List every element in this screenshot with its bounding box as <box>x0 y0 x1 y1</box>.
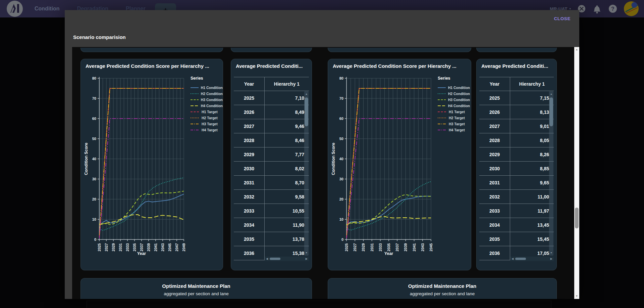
table-cell-year: 2027 <box>479 119 510 133</box>
legend-entry[interactable]: H2 Condition <box>191 91 223 97</box>
legend-entry[interactable]: H2 Target <box>438 115 470 121</box>
svg-text:2039: 2039 <box>147 243 151 251</box>
scroll-right-icon[interactable]: ▶ <box>550 257 552 260</box>
svg-text:50: 50 <box>92 137 96 141</box>
legend-entry[interactable]: H1 Condition <box>191 85 223 91</box>
table-cell-value: 9,58 <box>265 190 309 204</box>
scrollbar-thumb[interactable] <box>305 97 308 126</box>
chart-tick-labels: 0102030405060708020252027202920312033203… <box>339 76 433 251</box>
table-horizontal-scrollbar[interactable]: ◀ ▶ <box>265 257 309 261</box>
column-header-year[interactable]: Year <box>234 77 265 91</box>
scroll-right-icon[interactable]: ▶ <box>306 257 308 260</box>
x-axis-label: Year <box>384 251 393 256</box>
column-header-year[interactable]: Year <box>479 77 510 91</box>
column-header-hierarchy[interactable]: Hierarchy 1 <box>265 77 309 91</box>
table-cell-year: 2027 <box>234 119 265 133</box>
legend-entry-label: H4 Target <box>449 128 465 132</box>
table-cell-value: 15,45 <box>510 232 554 246</box>
scrollbar-thumb[interactable] <box>549 97 553 126</box>
svg-text:20: 20 <box>92 197 96 201</box>
table-cell-value: 13,78 <box>265 232 309 246</box>
svg-text:2045: 2045 <box>429 243 433 251</box>
legend-entry-label: H4 Target <box>202 128 218 132</box>
scrollbar-thumb[interactable] <box>270 258 280 260</box>
svg-text:70: 70 <box>339 96 343 100</box>
legend-entry[interactable]: H4 Target <box>438 127 470 133</box>
table-cell-value: 7,15 <box>510 91 554 105</box>
legend-entry[interactable]: H3 Condition <box>438 97 470 103</box>
table-header-row: YearHierarchy 1 <box>234 77 309 91</box>
svg-text:2035: 2035 <box>132 243 137 251</box>
modal-vertical-scrollbar[interactable]: ▲ ▼ <box>574 47 579 299</box>
legend-line-sample <box>191 117 199 119</box>
legend-entry[interactable]: H3 Condition <box>191 97 223 103</box>
modal-title: Scenario comparision <box>73 34 126 40</box>
plan-title: Optimized Maintenance Plan <box>328 283 556 289</box>
table-cell-year: 2035 <box>479 232 510 246</box>
legend-entry-label: H3 Condition <box>201 98 223 102</box>
table-cell-year: 2031 <box>234 176 265 189</box>
table-cell-year: 2031 <box>479 176 510 189</box>
scrollbar-thumb[interactable] <box>515 258 526 260</box>
legend-entry[interactable]: H2 Condition <box>438 91 470 97</box>
table-cell-year: 2029 <box>479 147 510 161</box>
table-cell-year: 2025 <box>234 91 265 105</box>
svg-text:40: 40 <box>339 157 343 161</box>
table-cell-year: 2026 <box>479 105 510 119</box>
legend-entry[interactable]: H1 Target <box>191 109 223 115</box>
column-header-hierarchy[interactable]: Hierarchy 1 <box>510 77 554 91</box>
legend-entry[interactable]: H4 Condition <box>438 103 470 109</box>
scroll-up-icon[interactable]: ▲ <box>304 93 309 95</box>
table-header-row: YearHierarchy 1 <box>479 77 554 91</box>
table-vertical-scrollbar[interactable]: ▲ ▼ <box>304 91 309 256</box>
table-cell-year: 2025 <box>479 91 510 105</box>
table-cell-year: 2029 <box>234 147 265 161</box>
table-cell-value: 9,01 <box>510 119 554 133</box>
scroll-left-icon[interactable]: ◀ <box>512 257 514 260</box>
legend-title: Series <box>438 76 470 81</box>
table-cell-value: 11,97 <box>510 204 554 218</box>
table-row: 20297,77 <box>234 147 309 162</box>
table-cell-year: 2034 <box>234 218 265 232</box>
legend-entry[interactable]: H3 Target <box>191 121 223 127</box>
table-cell-year: 2036 <box>479 246 510 260</box>
svg-text:50: 50 <box>339 137 343 141</box>
table-row: 20329,58 <box>234 190 309 204</box>
legend-entry[interactable]: H4 Target <box>191 127 223 133</box>
table-cell-year: 2028 <box>479 133 510 147</box>
legend-entry-label: H3 Target <box>202 122 218 126</box>
table-cell-value: 7,10 <box>265 91 309 105</box>
legend-entry[interactable]: H3 Target <box>438 121 470 127</box>
scroll-down-icon[interactable]: ▼ <box>304 252 309 254</box>
table-row: 20279,46 <box>234 119 309 133</box>
legend-entry[interactable]: H1 Condition <box>438 85 470 91</box>
scroll-left-icon[interactable]: ◀ <box>266 257 268 260</box>
plan-card-scenario-1: Optimized Maintenance Plan aggregated pe… <box>80 278 312 299</box>
scroll-up-icon[interactable]: ▲ <box>574 48 579 51</box>
chart-card-scenario-2: Average Predicted Condition Score per Hi… <box>328 59 471 270</box>
svg-text:2039: 2039 <box>404 243 408 251</box>
scroll-down-icon[interactable]: ▼ <box>574 295 579 298</box>
legend-entry-label: H4 Condition <box>201 104 223 108</box>
table-row: 20257,15 <box>479 91 554 105</box>
scroll-down-icon[interactable]: ▼ <box>549 252 553 254</box>
table-horizontal-scrollbar[interactable]: ◀ ▶ <box>510 257 554 261</box>
scrollbar-thumb[interactable] <box>575 208 579 228</box>
scroll-up-icon[interactable]: ▲ <box>549 93 553 95</box>
table-card-scenario-2: Average Predicted Conditi... YearHierarc… <box>476 59 557 270</box>
legend-entry[interactable]: H4 Condition <box>191 103 223 109</box>
table-cell-year: 2032 <box>234 190 265 204</box>
svg-text:2037: 2037 <box>140 243 144 251</box>
table-vertical-scrollbar[interactable]: ▲ ▼ <box>549 91 553 256</box>
data-table: YearHierarchy 120257,1020268,4920279,462… <box>234 77 309 260</box>
legend-entry[interactable]: H1 Target <box>438 109 470 115</box>
table-cell-value: 8,13 <box>510 105 554 119</box>
legend-entry-label: H1 Target <box>202 110 218 114</box>
plan-title: Optimized Maintenance Plan <box>81 283 312 289</box>
legend-entry-label: H2 Condition <box>448 92 470 96</box>
close-button[interactable]: CLOSE <box>554 16 571 21</box>
legend-entry[interactable]: H2 Target <box>191 115 223 121</box>
table-row: 203515,45 <box>479 232 554 246</box>
svg-text:40: 40 <box>92 157 96 161</box>
legend-entry-label: H1 Target <box>449 110 465 114</box>
